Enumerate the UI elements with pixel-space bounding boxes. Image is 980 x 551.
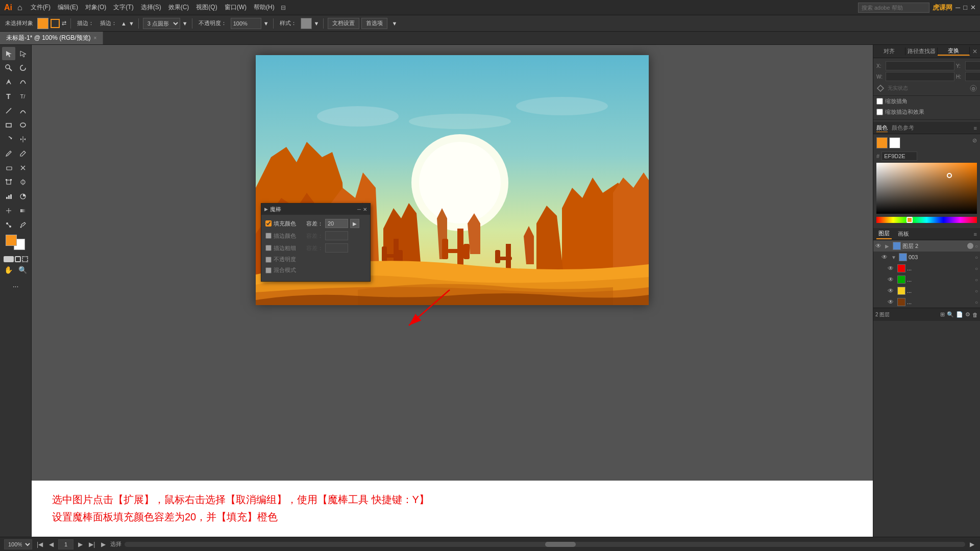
layers-tab-artboards[interactable]: 画板 xyxy=(896,229,911,239)
opacity-dropdown-icon[interactable]: ▼ xyxy=(263,20,269,27)
menu-effect[interactable]: 效果(C) xyxy=(165,2,192,13)
stroke-width-checkbox[interactable] xyxy=(265,245,272,251)
home-icon[interactable]: ⌂ xyxy=(17,3,22,12)
menu-text[interactable]: 文字(T) xyxy=(110,2,136,13)
pie-chart-tool-btn[interactable] xyxy=(16,190,30,203)
canvas-wrapper[interactable]: ▶ 魔棒 ─ ✕ 填充颜色 容差： xyxy=(32,45,873,481)
brush-type-select[interactable]: 3 点圆形 xyxy=(143,18,180,29)
stroke-color-checkbox[interactable] xyxy=(265,233,272,239)
draw-behind-btn[interactable] xyxy=(22,256,28,262)
brush-dropdown-icon[interactable]: ▼ xyxy=(182,20,188,27)
tab-align[interactable]: 对齐 xyxy=(873,47,905,55)
width-input[interactable] xyxy=(886,72,954,81)
blend-tool-btn[interactable] xyxy=(2,218,15,232)
menu-select[interactable]: 选择(S) xyxy=(138,2,164,13)
nav-last-btn[interactable]: ▶| xyxy=(87,541,96,548)
fill-color-checkbox[interactable] xyxy=(265,220,272,227)
layers-tab-layers[interactable]: 图层 xyxy=(876,229,892,239)
eraser-tool-btn[interactable] xyxy=(2,161,15,174)
layout-switcher-icon[interactable]: ⊟ xyxy=(281,4,286,11)
green-eye-icon[interactable]: 👁 xyxy=(888,276,896,283)
color-bg-swatch[interactable] xyxy=(889,137,900,148)
style-dropdown-icon[interactable]: ▼ xyxy=(314,20,320,27)
lasso-tool-btn[interactable] xyxy=(16,61,30,74)
doc-settings-button[interactable]: 文档设置 xyxy=(328,18,359,29)
menu-window[interactable]: 窗口(W) xyxy=(222,2,250,13)
color-fg-swatch[interactable] xyxy=(876,137,888,148)
tab-transform[interactable]: 变换 xyxy=(938,47,970,56)
make-clip-icon[interactable]: ⊞ xyxy=(940,311,945,318)
blend-mode-checkbox[interactable] xyxy=(265,267,272,273)
preferences-button[interactable]: 首选项 xyxy=(361,18,387,29)
ellipse-tool-btn[interactable] xyxy=(16,118,30,132)
height-input[interactable] xyxy=(965,72,980,81)
layer003-eye-icon[interactable]: 👁 xyxy=(881,254,890,261)
layer-row-brown[interactable]: 👁 ... ○ xyxy=(873,296,980,308)
minimize-icon[interactable]: ─ xyxy=(955,4,960,11)
hue-slider-thumb[interactable] xyxy=(906,217,913,223)
shaper-tool-btn[interactable] xyxy=(16,176,30,189)
opacity-input[interactable] xyxy=(231,18,261,29)
layer-row-yellow[interactable]: 👁 ... ○ xyxy=(873,285,980,296)
arc-tool-btn[interactable] xyxy=(16,104,30,117)
select-tool-btn[interactable] xyxy=(2,47,15,60)
yellow-layer-vis[interactable]: ○ xyxy=(975,288,978,294)
layer-row-green[interactable]: 👁 ... ○ xyxy=(873,274,980,285)
scroll-thumb[interactable] xyxy=(545,542,576,547)
layer2-vis-icon[interactable]: ○ xyxy=(975,243,978,249)
paintbrush-tool-btn[interactable] xyxy=(2,147,15,160)
tab-close-button[interactable]: × xyxy=(94,35,97,41)
layer003-expand-icon[interactable]: ▼ xyxy=(891,255,897,260)
hand-tool-btn[interactable]: ✋ xyxy=(2,263,15,277)
line-segment-tool-btn[interactable] xyxy=(2,104,15,117)
menu-edit[interactable]: 编辑(E) xyxy=(55,2,81,13)
color-picker-cursor[interactable] xyxy=(947,173,952,178)
color-picker-gradient[interactable] xyxy=(876,163,977,214)
stroke-color-tol-input[interactable] xyxy=(325,231,348,240)
blend-down-icon[interactable]: ▼ xyxy=(129,20,134,27)
fill-tolerance-input[interactable] xyxy=(325,219,348,228)
close-icon[interactable]: ✕ xyxy=(970,4,976,11)
brown-eye-icon[interactable]: 👁 xyxy=(888,298,896,306)
green-layer-vis[interactable]: ○ xyxy=(975,277,978,283)
layer2-eye-icon[interactable]: 👁 xyxy=(875,242,884,249)
magic-wand-tool-btn[interactable] xyxy=(2,61,15,74)
horizontal-scrollbar[interactable] xyxy=(125,542,965,547)
maximize-icon[interactable]: □ xyxy=(963,4,967,11)
no-fill-icon[interactable]: ⊘ xyxy=(972,137,977,148)
zoom-tool-btn[interactable]: 🔍 xyxy=(16,263,30,277)
mesh-tool-btn[interactable] xyxy=(2,204,15,217)
color-tab-reference[interactable]: 颜色参考 xyxy=(892,124,914,132)
fill-color-swatch[interactable] xyxy=(37,18,48,29)
layer2-expand-icon[interactable]: ▶ xyxy=(885,243,891,249)
play-btn[interactable]: ▶ xyxy=(100,541,107,548)
eyedropper-tool-btn[interactable] xyxy=(16,218,30,232)
nav-next-btn[interactable]: ▶ xyxy=(77,541,84,548)
hex-input[interactable] xyxy=(881,152,917,161)
color-tab-color[interactable]: 颜色 xyxy=(876,124,888,132)
swap-colors-icon[interactable]: ⇄ xyxy=(62,20,66,27)
preferences-arrow-icon[interactable]: ▼ xyxy=(391,20,397,27)
type-tool-btn[interactable]: T xyxy=(2,90,15,103)
stroke-color-swatch[interactable] xyxy=(51,19,60,28)
bar-graph-tool-btn[interactable] xyxy=(2,190,15,203)
page-number-input[interactable] xyxy=(58,539,74,549)
panel-collapse-icon[interactable]: ▶ xyxy=(264,207,268,212)
menu-object[interactable]: 对象(O) xyxy=(82,2,109,13)
type-path-tool-btn[interactable]: T/ xyxy=(16,90,30,103)
menu-view[interactable]: 视图(Q) xyxy=(193,2,220,13)
red-eye-icon[interactable]: 👁 xyxy=(888,265,896,272)
x-input[interactable] xyxy=(886,61,954,70)
gradient-tool-btn[interactable] xyxy=(16,204,30,217)
constrain-corners-checkbox[interactable] xyxy=(876,98,883,105)
menu-file[interactable]: 文件(F) xyxy=(28,2,54,13)
yellow-eye-icon[interactable]: 👁 xyxy=(888,287,896,294)
new-layer-icon[interactable]: 📄 xyxy=(956,311,963,318)
panel-close-icon[interactable]: ✕ xyxy=(363,207,367,212)
layers-menu-icon[interactable]: ≡ xyxy=(974,231,977,237)
stroke-width-tol-input[interactable] xyxy=(325,243,348,253)
transform-settings-icon[interactable]: ⚙ xyxy=(970,85,977,92)
search-input[interactable] xyxy=(858,3,929,13)
direct-select-tool-btn[interactable] xyxy=(16,47,30,60)
draw-inside-btn[interactable] xyxy=(15,256,21,262)
